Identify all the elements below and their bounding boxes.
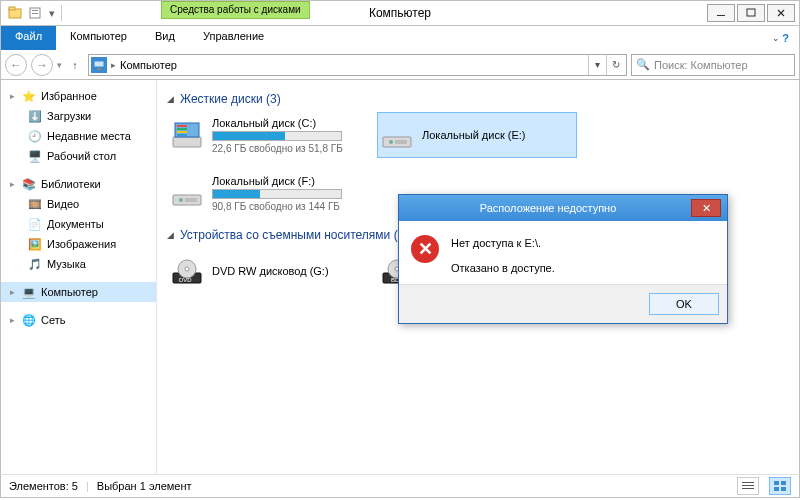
tab-computer[interactable]: Компьютер (56, 26, 141, 50)
tree-item-downloads[interactable]: ⬇️Загрузки (1, 106, 156, 126)
view-details-button[interactable] (737, 477, 759, 495)
tree-label: Компьютер (41, 286, 98, 298)
desktop-icon: 🖥️ (27, 148, 43, 164)
tree-item-documents[interactable]: 📄Документы (1, 214, 156, 234)
drive-free: 90,8 ГБ свободно из 144 ГБ (212, 201, 342, 212)
status-selection: Выбран 1 элемент (97, 480, 192, 492)
svg-rect-6 (747, 9, 755, 16)
tree-item-pictures[interactable]: 🖼️Изображения (1, 234, 156, 254)
svg-rect-29 (742, 482, 754, 483)
help-icon[interactable]: ? (782, 32, 789, 44)
drive-dvd[interactable]: DVD DVD RW дисковод (G:) (167, 248, 367, 294)
tree-item-desktop[interactable]: 🖥️Рабочий стол (1, 146, 156, 166)
svg-rect-30 (742, 485, 754, 486)
window-title: Компьютер (1, 6, 799, 20)
capacity-bar (212, 189, 342, 199)
recent-dropdown-icon[interactable]: ▾ (57, 60, 62, 70)
tree-item-label: Загрузки (47, 110, 91, 122)
drive-name: DVD RW дисковод (G:) (212, 265, 329, 277)
tree-label: Библиотеки (41, 178, 101, 190)
search-icon: 🔍 (636, 58, 650, 71)
expander-icon[interactable]: ▸ (7, 179, 17, 189)
maximize-button[interactable] (737, 4, 765, 22)
tree-item-recent[interactable]: 🕘Недавние места (1, 126, 156, 146)
close-button[interactable] (767, 4, 795, 22)
tree-computer[interactable]: ▸ 💻 Компьютер (1, 282, 156, 302)
libraries-icon: 📚 (21, 176, 37, 192)
explorer-icon (7, 5, 23, 21)
drive-name: Локальный диск (E:) (422, 129, 526, 141)
address-bar[interactable]: ▸ Компьютер ▾ ↻ (88, 54, 627, 76)
group-label: Жесткие диски (3) (180, 92, 281, 106)
up-button[interactable]: ↑ (66, 56, 84, 74)
contextual-tab-group: Средства работы с дисками (161, 1, 310, 19)
forward-button[interactable]: → (31, 54, 53, 76)
drive-e[interactable]: Локальный диск (E:) (377, 112, 577, 158)
group-hard-drives[interactable]: ◢ Жесткие диски (3) (167, 92, 789, 106)
ribbon-help[interactable]: ⌄ ? (762, 26, 799, 50)
tree-item-label: Недавние места (47, 130, 131, 142)
document-icon: 📄 (27, 216, 43, 232)
drive-free: 22,6 ГБ свободно из 51,8 ГБ (212, 143, 343, 154)
address-dropdown-icon[interactable]: ▾ (588, 55, 606, 75)
address-text: Компьютер (120, 59, 588, 71)
computer-icon: 💻 (21, 284, 37, 300)
svg-point-19 (179, 198, 183, 202)
tab-manage[interactable]: Управление (191, 26, 276, 46)
collapse-icon[interactable]: ◢ (167, 94, 174, 104)
svg-rect-32 (774, 481, 779, 485)
refresh-button[interactable]: ↻ (606, 55, 624, 75)
drive-f[interactable]: Локальный диск (F:) 90,8 ГБ свободно из … (167, 170, 367, 216)
computer-icon (91, 57, 107, 73)
tree-item-label: Музыка (47, 258, 86, 270)
svg-rect-34 (774, 487, 779, 491)
search-input[interactable]: 🔍 Поиск: Компьютер (631, 54, 795, 76)
chevron-down-icon[interactable]: ⌄ (772, 33, 780, 43)
tree-item-label: Изображения (47, 238, 116, 250)
tree-item-label: Рабочий стол (47, 150, 116, 162)
tree-item-music[interactable]: 🎵Музыка (1, 254, 156, 274)
search-placeholder: Поиск: Компьютер (654, 59, 748, 71)
back-button[interactable]: ← (5, 54, 27, 76)
collapse-icon[interactable]: ◢ (167, 230, 174, 240)
music-icon: 🎵 (27, 256, 43, 272)
pictures-icon: 🖼️ (27, 236, 43, 252)
dialog-message: Нет доступа к E:\. Отказано в доступе. (451, 235, 555, 276)
tree-favorites[interactable]: ▸ ⭐ Избранное (1, 86, 156, 106)
view-tiles-button[interactable] (769, 477, 791, 495)
tree-network[interactable]: ▸ 🌐 Сеть (1, 310, 156, 330)
svg-rect-11 (177, 125, 187, 127)
drive-name: Локальный диск (F:) (212, 175, 342, 187)
expander-icon[interactable]: ▸ (7, 287, 17, 297)
expander-icon[interactable]: ▸ (7, 315, 17, 325)
drive-c[interactable]: Локальный диск (C:) 22,6 ГБ свободно из … (167, 112, 367, 158)
tab-file[interactable]: Файл (1, 26, 56, 50)
svg-rect-20 (185, 198, 197, 202)
address-row: ← → ▾ ↑ ▸ Компьютер ▾ ↻ 🔍 Поиск: Компьют… (0, 50, 800, 80)
qat-dropdown-icon[interactable]: ▾ (47, 5, 57, 21)
download-icon: ⬇️ (27, 108, 43, 124)
group-label: Устройства со съемными носителями (2) (180, 228, 408, 242)
svg-rect-33 (781, 481, 786, 485)
dialog-close-button[interactable]: ✕ (691, 199, 721, 217)
svg-rect-9 (173, 137, 201, 147)
svg-rect-3 (32, 10, 38, 11)
tree-libraries[interactable]: ▸ 📚 Библиотеки (1, 174, 156, 194)
svg-rect-14 (177, 134, 187, 136)
chevron-right-icon[interactable]: ▸ (111, 60, 116, 70)
tree-item-label: Видео (47, 198, 79, 210)
svg-point-16 (389, 140, 393, 144)
svg-rect-7 (94, 61, 104, 67)
minimize-button[interactable] (707, 4, 735, 22)
svg-rect-5 (717, 15, 725, 16)
star-icon: ⭐ (21, 88, 37, 104)
ok-button[interactable]: OK (649, 293, 719, 315)
qat-properties-icon[interactable] (27, 5, 43, 21)
svg-rect-13 (177, 131, 187, 133)
svg-point-23 (185, 267, 189, 271)
tree-item-videos[interactable]: 🎞️Видео (1, 194, 156, 214)
expander-icon[interactable]: ▸ (7, 91, 17, 101)
svg-rect-8 (97, 68, 101, 70)
tab-view[interactable]: Вид (141, 26, 189, 50)
dialog-title-bar[interactable]: Расположение недоступно ✕ (399, 195, 727, 221)
